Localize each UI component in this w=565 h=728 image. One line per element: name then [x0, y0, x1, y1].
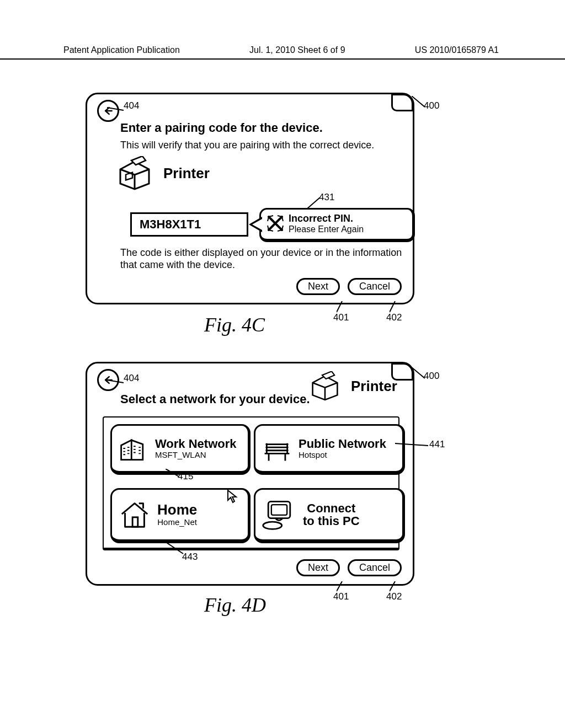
- device-row-4c: Printer: [115, 156, 210, 190]
- callout-401b: 401: [333, 591, 349, 602]
- leader-415: [166, 469, 180, 479]
- callout-415: 415: [178, 471, 193, 482]
- svg-line-13: [166, 469, 179, 477]
- svg-line-12: [395, 443, 428, 446]
- tile-public-label: Public Network: [299, 437, 386, 450]
- callout-402a: 402: [386, 312, 402, 323]
- error-bubble: Incorrect PIN. Please Enter Again: [259, 208, 415, 242]
- tile-home-label: Home: [157, 502, 197, 517]
- leader-401b: [337, 581, 347, 592]
- leader-441: [395, 441, 429, 448]
- tile-home-sub: Home_Net: [157, 517, 197, 527]
- callout-400a: 400: [424, 100, 439, 111]
- leader-431: [306, 197, 323, 210]
- pin-input[interactable]: M3H8X1T1: [130, 212, 248, 237]
- callout-443: 443: [182, 552, 198, 563]
- dialog-corner-4c: [391, 94, 413, 111]
- next-button-4c[interactable]: Next: [296, 278, 340, 295]
- button-row-4d: Next Cancel: [296, 559, 402, 576]
- device-label-4d: Printer: [351, 378, 397, 395]
- svg-point-9: [263, 522, 282, 529]
- dialog-subtitle-4c: This will verify that you are pairing wi…: [120, 140, 374, 151]
- error-title: Incorrect PIN.: [289, 213, 404, 224]
- svg-line-15: [337, 581, 342, 591]
- tile-public-sub: Hotspot: [299, 450, 386, 459]
- tile-connect-pc[interactable]: Connect to this PC: [254, 488, 405, 543]
- dialog-4c: Enter a pairing code for the device. Thi…: [86, 93, 414, 304]
- desktop-pc-icon: [261, 498, 297, 531]
- fig-caption-4d: Fig. 4D: [204, 593, 266, 617]
- svg-line-1: [107, 108, 124, 110]
- dialog-title-4c: Enter a pairing code for the device.: [120, 121, 323, 135]
- callout-402b: 402: [386, 591, 402, 602]
- button-row-4c: Next Cancel: [296, 278, 402, 295]
- svg-line-10: [107, 380, 124, 383]
- error-x-icon: [266, 215, 284, 234]
- office-building-icon: [118, 433, 150, 464]
- svg-line-14: [167, 543, 183, 554]
- leader-402b: [390, 581, 399, 592]
- header-right: US 2010/0165879 A1: [415, 45, 499, 55]
- help-line2: that came with the device.: [120, 259, 235, 271]
- next-button-4d[interactable]: Next: [296, 559, 340, 576]
- callout-401a: 401: [333, 312, 349, 323]
- leader-404b: [107, 377, 126, 385]
- svg-line-3: [412, 96, 425, 107]
- park-bench-icon: [261, 433, 293, 464]
- page-header: Patent Application Publication Jul. 1, 2…: [63, 45, 499, 55]
- tile-pc-line2: to this PC: [303, 515, 360, 527]
- tile-work-sub: MSFT_WLAN: [155, 450, 237, 459]
- header-left: Patent Application Publication: [63, 45, 180, 55]
- dialog-4d: Select a network for your device. Printe…: [86, 362, 414, 586]
- printer-icon: [115, 156, 154, 190]
- callout-400b: 400: [424, 371, 439, 382]
- header-mid: Jul. 1, 2010 Sheet 6 of 9: [249, 45, 345, 55]
- printer-icon-4d: [308, 371, 342, 401]
- help-line1: The code is either displayed on your dev…: [120, 247, 402, 259]
- svg-line-4: [337, 301, 342, 312]
- device-row-4d: Printer: [308, 371, 397, 401]
- callout-404a: 404: [124, 100, 139, 111]
- device-label-4c: Printer: [163, 165, 210, 182]
- svg-line-5: [390, 301, 395, 312]
- svg-line-2: [307, 197, 320, 208]
- tile-pc-line1: Connect: [307, 502, 355, 515]
- svg-line-11: [412, 367, 425, 378]
- svg-line-16: [390, 581, 395, 591]
- leader-404a: [107, 105, 126, 113]
- svg-rect-8: [271, 505, 287, 515]
- callout-404b: 404: [124, 373, 139, 384]
- tile-public-network[interactable]: Public Network Hotspot: [254, 424, 405, 475]
- fig-caption-4c: Fig. 4C: [204, 313, 265, 336]
- svg-rect-6: [132, 517, 138, 527]
- cancel-button-4c[interactable]: Cancel: [348, 278, 402, 295]
- dialog-title-4d: Select a network for your device.: [120, 392, 310, 406]
- error-text: Please Enter Again: [289, 224, 404, 234]
- leader-400a: [412, 96, 426, 108]
- tile-work-label: Work Network: [155, 437, 237, 450]
- header-rule: [0, 58, 565, 60]
- leader-443: [167, 543, 184, 555]
- leader-401a: [337, 301, 347, 313]
- mouse-cursor-icon: [226, 489, 238, 506]
- house-icon: [118, 498, 152, 531]
- leader-400b: [412, 367, 426, 379]
- tile-work-network[interactable]: Work Network MSFT_WLAN: [110, 424, 250, 475]
- callout-441: 441: [429, 439, 445, 450]
- cancel-button-4d[interactable]: Cancel: [348, 559, 402, 576]
- leader-402a: [390, 301, 399, 313]
